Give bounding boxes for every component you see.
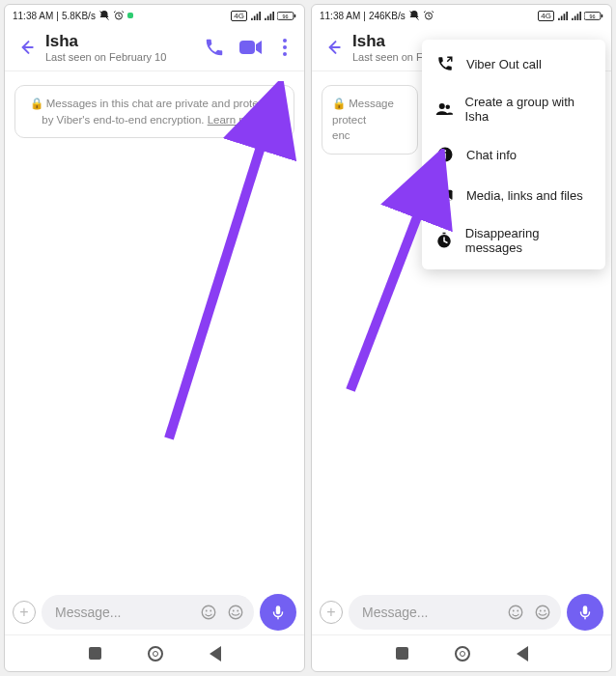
battery-icon: 96 — [277, 11, 296, 21]
contact-block[interactable]: Isha Last seen on February 10 — [45, 32, 194, 63]
menu-create-group[interactable]: Create a group with Isha — [422, 84, 605, 134]
chat-header: Isha Last seen on February 10 — [5, 26, 304, 71]
svg-rect-40 — [583, 606, 588, 614]
svg-rect-21 — [602, 14, 603, 16]
nav-home[interactable] — [455, 646, 470, 662]
signal-icon — [250, 11, 261, 21]
menu-chat-info[interactable]: Chat info — [422, 134, 605, 175]
android-nav — [312, 634, 611, 671]
nav-home[interactable] — [148, 646, 163, 662]
status-bar: 11:38 AM | 246KB/s 4G 96 — [312, 5, 611, 26]
svg-point-39 — [544, 610, 546, 612]
svg-point-25 — [439, 103, 445, 109]
add-attachment-button[interactable]: + — [320, 601, 343, 624]
svg-line-10 — [169, 95, 277, 438]
svg-point-7 — [283, 39, 287, 42]
menu-viber-out-call[interactable]: Viber Out call — [422, 43, 605, 84]
status-bar: 11:38 AM | 5.8KB/s 4G 96 — [5, 5, 304, 26]
privacy-l2: protect — [332, 114, 366, 126]
privacy-l3: enc — [332, 129, 350, 141]
more-options-menu: Viber Out call Create a group with Isha … — [422, 40, 605, 269]
svg-point-13 — [210, 610, 211, 612]
phone-out-icon — [435, 54, 455, 73]
learn-more-link[interactable]: Learn more — [208, 114, 265, 126]
svg-point-14 — [229, 606, 242, 619]
right-phone: 11:38 AM | 246KB/s 4G 96 — [311, 4, 612, 672]
menu-label: Media, links and files — [466, 188, 583, 203]
privacy-notice: 🔒 Message protect enc — [322, 85, 418, 155]
mic-button[interactable] — [260, 594, 296, 631]
svg-text:96: 96 — [282, 13, 288, 18]
menu-label: Create a group with Isha — [465, 95, 592, 124]
battery-icon: 96 — [584, 11, 603, 21]
svg-point-37 — [536, 606, 549, 619]
back-button[interactable] — [323, 38, 343, 57]
signal-icon — [557, 11, 568, 21]
svg-rect-6 — [239, 41, 255, 54]
menu-disappearing-messages[interactable]: Disappearing messages — [422, 215, 605, 266]
voice-call-button[interactable] — [204, 37, 225, 58]
message-input[interactable]: Message... — [349, 595, 561, 630]
composer: + Message... — [312, 588, 611, 634]
status-time: 11:38 AM — [320, 11, 360, 21]
signal-icon-2 — [571, 11, 581, 21]
dnd-icon — [98, 10, 110, 21]
dnd-icon — [408, 10, 420, 21]
svg-point-31 — [441, 192, 444, 195]
svg-point-34 — [509, 606, 522, 619]
svg-point-35 — [513, 610, 515, 612]
svg-point-9 — [283, 52, 287, 56]
lock-icon: 🔒 — [30, 98, 43, 109]
privacy-notice: 🔒 Messages in this chat are private and … — [14, 85, 294, 138]
status-speed: 246KB/s — [369, 11, 406, 21]
message-placeholder: Message... — [362, 605, 497, 620]
sim-icon: 4G — [231, 11, 247, 21]
left-phone: 11:38 AM | 5.8KB/s 4G 96 — [4, 4, 305, 672]
svg-point-15 — [233, 610, 235, 612]
sticker-icon[interactable] — [534, 604, 551, 621]
menu-label: Viber Out call — [466, 57, 542, 71]
svg-point-29 — [444, 150, 446, 152]
svg-point-8 — [283, 45, 287, 49]
contact-last-seen: Last seen on February 10 — [45, 51, 194, 63]
android-nav — [5, 634, 304, 671]
nav-back[interactable] — [517, 646, 528, 662]
more-options-button[interactable] — [277, 37, 293, 58]
svg-point-12 — [206, 610, 208, 612]
back-button[interactable] — [16, 38, 36, 57]
emoji-icon[interactable] — [507, 604, 524, 621]
sticker-icon[interactable] — [227, 604, 244, 621]
svg-rect-28 — [444, 154, 446, 159]
menu-media-links-files[interactable]: Media, links and files — [422, 175, 605, 215]
svg-point-11 — [202, 606, 215, 619]
message-placeholder: Message... — [55, 605, 190, 620]
timer-icon — [435, 231, 454, 250]
alarm-icon — [113, 10, 125, 21]
signal-icon-2 — [264, 11, 274, 21]
emoji-icon[interactable] — [200, 604, 217, 621]
add-attachment-button[interactable]: + — [13, 601, 36, 624]
svg-text:96: 96 — [589, 13, 595, 18]
status-speed: 5.8KB/s — [62, 11, 96, 21]
menu-label: Disappearing messages — [465, 226, 592, 255]
svg-point-38 — [540, 610, 542, 612]
message-input[interactable]: Message... — [42, 595, 254, 630]
video-call-button[interactable] — [238, 37, 264, 58]
info-icon — [435, 145, 455, 164]
nav-back[interactable] — [210, 646, 221, 662]
nav-recents[interactable] — [396, 647, 408, 660]
svg-rect-17 — [276, 606, 281, 614]
green-dot-icon — [127, 13, 133, 18]
mic-button[interactable] — [567, 594, 603, 631]
svg-rect-3 — [294, 14, 296, 16]
contact-name: Isha — [45, 32, 194, 51]
status-time: 11:38 AM — [13, 11, 53, 21]
nav-recents[interactable] — [89, 647, 101, 660]
group-icon — [435, 99, 454, 119]
svg-point-16 — [237, 610, 238, 612]
composer: + Message... — [5, 588, 304, 634]
chat-area[interactable]: 🔒 Messages in this chat are private and … — [5, 71, 304, 588]
svg-point-26 — [446, 105, 451, 110]
menu-label: Chat info — [466, 148, 517, 162]
privacy-l1: Message — [349, 98, 394, 109]
